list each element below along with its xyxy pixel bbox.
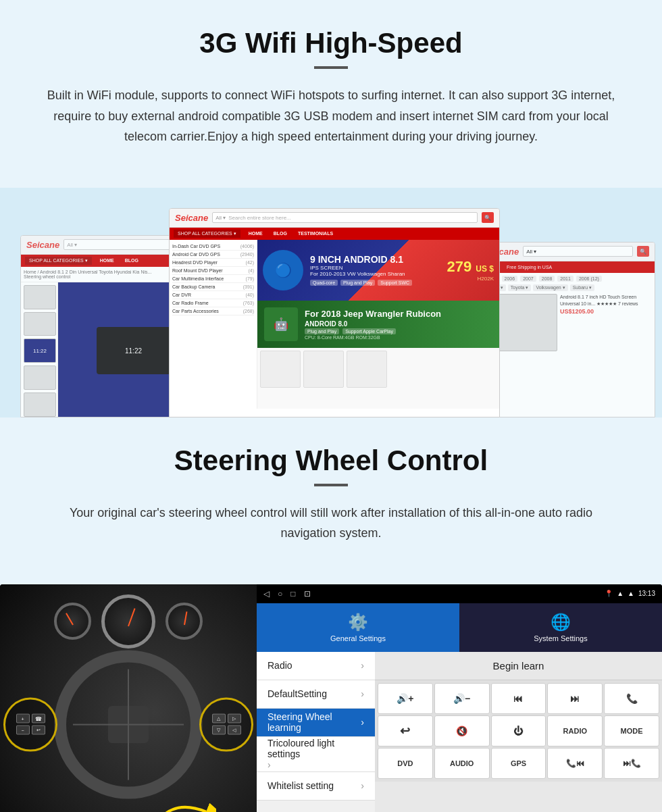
left-btn-row1: + ☎ — [16, 714, 45, 724]
default-label: DefaultSetting — [268, 688, 327, 699]
android-banner-main: ANDROID 8.0 — [305, 320, 441, 328]
browser-screenshots-container: Seicane All ▾ 🔍 SHOP ALL CATEGORIES ▾ HO… — [0, 201, 662, 417]
gps-btn[interactable]: GPS — [491, 748, 546, 779]
wifi-description: Built in WiFi module, supports to connec… — [41, 85, 621, 147]
promo-tag-swc: Support SWC — [378, 280, 412, 286]
android-banner-text: For 2018 Jeep Wrangler Rubicon ANDROID 8… — [305, 309, 441, 340]
thumb-list: 11:22 — [21, 282, 58, 417]
tricoloured-label: Tricoloured lightsettings — [268, 738, 334, 759]
begin-learn-label: Begin learn — [493, 660, 544, 671]
steering-wheel-visual: + ☎ − ↩ △ ▷ ▽ — [54, 651, 203, 799]
menu-item-default[interactable]: DefaultSetting › — [257, 680, 375, 709]
next-track-btn[interactable]: ⏭ — [547, 683, 603, 714]
home-icon: ○ — [278, 589, 282, 599]
sidebar-item-roofmount: Roof Mount DVD Player(4) — [172, 267, 254, 275]
promo-banner-9inch: 🔵 9 INCH ANDROID 8.1 IPS SCREEN For 2010… — [257, 240, 499, 301]
promo-model-code: H202K — [447, 276, 494, 282]
sidebar-item-multimedia: Car Multimedia Interface(79) — [172, 275, 254, 283]
menu-item-radio[interactable]: Radio › — [257, 652, 375, 680]
left-menu-panel: Radio › DefaultSetting › Steering Wheel … — [257, 652, 375, 812]
menu-item-tricoloured[interactable]: Tricoloured lightsettings › — [257, 737, 375, 772]
phone-btn[interactable]: 📞 — [604, 683, 659, 714]
btn-up: △ — [212, 714, 226, 724]
mode-btn[interactable]: MODE — [604, 715, 659, 746]
left-btns: + ☎ − ↩ — [16, 714, 45, 735]
sidebar-item-dvr: Car DVR(40) — [172, 291, 254, 299]
android-status-bar: ◁ ○ □ ⊡ 📍 ▲ ▲ 13:13 — [257, 584, 662, 603]
general-settings-tab[interactable]: ⚙️ General Settings — [257, 603, 459, 652]
power-btn[interactable]: ⏻ — [491, 715, 546, 746]
btn-down: ▽ — [212, 726, 226, 735]
vol-down-btn[interactable]: 🔊− — [434, 683, 490, 714]
android-banner-title: For 2018 Jeep Wrangler Rubicon — [305, 309, 441, 319]
right-button-cluster: △ ▷ ▽ ◁ — [199, 698, 253, 752]
filter-2006: 2006 — [502, 276, 518, 282]
steering-section-header: Steering Wheel Control Your original car… — [0, 417, 662, 564]
android-banner: 🤖 For 2018 Jeep Wrangler Rubicon ANDROID… — [257, 301, 499, 348]
radio-chevron: › — [361, 660, 364, 671]
dashboard-gauges — [54, 594, 203, 649]
promo-model: For 2010-2013 VW Volkswagen Sharan — [310, 271, 412, 277]
sidebar-item-parts: Car Parts Accessories(268) — [172, 307, 254, 315]
wifi-title: 3G Wifi High-Speed — [41, 27, 621, 59]
thumb-1 — [24, 285, 56, 309]
tag-plug-play: Plug and Play — [305, 328, 339, 334]
main-content: 🔵 9 INCH ANDROID 8.1 IPS SCREEN For 2010… — [257, 240, 499, 409]
thumb-3: 11:22 — [24, 338, 56, 363]
begin-learn-area: Begin learn — [375, 652, 662, 680]
promo-price-block: 279 US $ H202K — [447, 258, 494, 282]
right-products: Android 8.1 7 inch HD Touch Screen Unive… — [483, 294, 652, 351]
audio-btn[interactable]: AUDIO — [434, 748, 490, 779]
blog-btn-front: BLOG — [271, 230, 290, 237]
phone-prev-btn[interactable]: 📞⏮ — [547, 748, 603, 779]
home-btn-back: HOME — [97, 257, 117, 264]
prev-track-btn[interactable]: ⏮ — [491, 683, 546, 714]
sidebar-item-indash: In-Dash Car DVD GPS(4006) — [172, 243, 254, 251]
product-screen: 11:22 — [97, 327, 171, 374]
left-gauge — [54, 603, 91, 640]
browser-bar-front: Seicane All ▾ Search entire store here..… — [170, 209, 499, 228]
right-gauge — [166, 603, 203, 640]
system-settings-tab[interactable]: 🌐 System Settings — [459, 603, 662, 652]
phone-next-btn[interactable]: ⏭📞 — [604, 748, 659, 779]
vol-up-btn[interactable]: 🔊+ — [378, 683, 433, 714]
seicane-logo-back: Seicane — [26, 240, 59, 250]
sidebar-categories: In-Dash Car DVD GPS(4006) Android Car DV… — [170, 240, 257, 409]
tag-carplay: Support Apple CarPlay — [342, 328, 396, 334]
steering-description: Your original car's steering wheel contr… — [41, 503, 621, 544]
android-banner-tags: Plug and Play Support Apple CarPlay — [305, 329, 441, 334]
btn-phone: ☎ — [32, 714, 45, 724]
dvd-btn[interactable]: DVD — [378, 748, 433, 779]
gauge-needle-right — [184, 611, 187, 625]
right-btn-row1: △ ▷ — [212, 714, 241, 724]
menu-item-whitelist[interactable]: Whitelist setting › — [257, 772, 375, 801]
bluetooth-icon: 🔵 — [263, 250, 303, 290]
seicane-logo-front: Seicane — [175, 213, 208, 223]
sidebar-item-headrest: Headrest DVD Player(42) — [172, 259, 254, 267]
steering-title: Steering Wheel Control — [41, 445, 621, 477]
signal-icon: ▲ — [628, 590, 634, 597]
browser-right: Seicane All ▾ 🔍 als Free Shipping in USA… — [480, 242, 655, 417]
promo-text-block: 9 INCH ANDROID 8.1 IPS SCREEN For 2010-2… — [310, 254, 412, 286]
control-buttons-grid: 🔊+ 🔊− ⏮ ⏭ 📞 ↩ 🔇 ⏻ RADIO MODE DVD AUDIO G… — [375, 680, 662, 782]
gps-icon: 📍 — [605, 590, 613, 597]
system-icon: 🌐 — [551, 613, 571, 632]
btn-ok: ◁ — [228, 726, 241, 735]
default-chevron: › — [361, 688, 364, 699]
menu-item-steering-wheel[interactable]: Steering Wheel learning › — [257, 709, 375, 737]
return-btn[interactable]: ↩ — [378, 715, 433, 746]
android-banner-cpu: CPU: 8-Core RAM:4GB ROM:32GB — [305, 335, 441, 340]
sidebar-item-backup: Car Backup Camera(391) — [172, 283, 254, 291]
android-status-right: 📍 ▲ ▲ 13:13 — [605, 590, 655, 597]
filter-2008: 2008 — [539, 276, 555, 282]
radio-ctrl-btn[interactable]: RADIO — [547, 715, 603, 746]
steering-chevron: › — [361, 717, 364, 728]
thumb-4 — [24, 365, 56, 390]
mute-btn[interactable]: 🔇 — [434, 715, 490, 746]
sidebar-item-android: Android Car DVD GPS(2940) — [172, 251, 254, 259]
nav-bar-right: als Free Shipping in USA — [480, 261, 655, 273]
right-btn-row2: ▽ ◁ — [212, 726, 241, 735]
wifi-section: 3G Wifi High-Speed Built in WiFi module,… — [0, 0, 662, 168]
screenshot-icon: ⊡ — [304, 589, 311, 599]
spoke-right — [128, 724, 184, 726]
